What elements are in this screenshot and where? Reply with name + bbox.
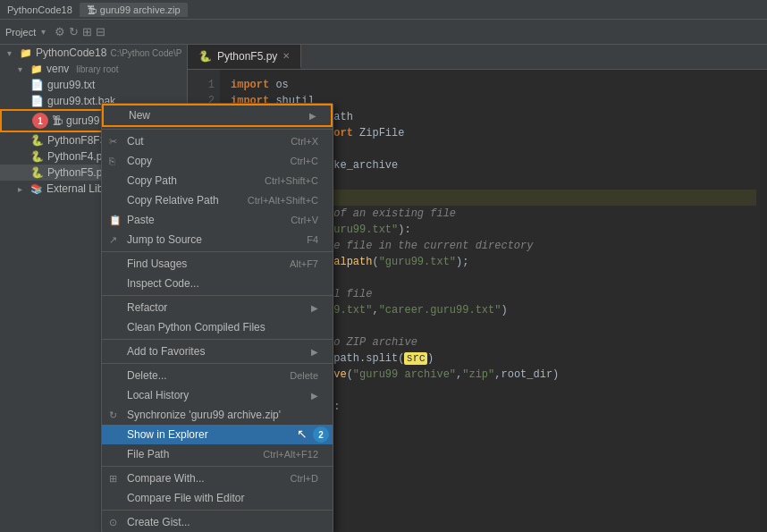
venv-arrow-icon: ▾ bbox=[18, 64, 27, 74]
menu-refactor-arrow: ▶ bbox=[311, 303, 318, 313]
menu-cut-shortcut: Ctrl+X bbox=[291, 136, 318, 147]
copy-icon: ⎘ bbox=[109, 156, 115, 166]
menu-sep-7 bbox=[102, 510, 333, 511]
menu-local-history-label: Local History bbox=[127, 389, 189, 401]
expand-arrow-icon: ▾ bbox=[7, 48, 16, 58]
menu-item-new[interactable]: New ▶ bbox=[102, 104, 333, 127]
menu-item-synchronize[interactable]: ↻ Synchronize 'guru99 archive.zip' bbox=[102, 405, 333, 425]
sync-icon[interactable]: ↻ bbox=[69, 25, 79, 38]
expand-icon[interactable]: ⊞ bbox=[82, 25, 92, 38]
menu-synchronize-label: Synchronize 'guru99 archive.zip' bbox=[127, 409, 281, 421]
menu-item-paste[interactable]: 📋 Paste Ctrl+V bbox=[102, 210, 333, 230]
py-icon-f4: 🐍 bbox=[30, 150, 44, 163]
menu-sep-4 bbox=[102, 339, 333, 340]
menu-sep-5 bbox=[102, 363, 333, 364]
menu-compare-with-label: Compare With... bbox=[127, 472, 205, 485]
menu-item-clean[interactable]: Clean Python Compiled Files bbox=[102, 317, 333, 337]
gist-icon: ⊙ bbox=[109, 517, 117, 528]
menu-item-delete[interactable]: Delete... Delete bbox=[102, 366, 333, 385]
menu-item-refactor[interactable]: Refactor ▶ bbox=[102, 298, 333, 317]
code-line-1: import os bbox=[231, 77, 756, 93]
menu-item-local-history[interactable]: Local History ▶ bbox=[102, 385, 333, 405]
menu-item-inspect[interactable]: Inspect Code... bbox=[102, 274, 333, 293]
paste-icon: 📋 bbox=[109, 215, 122, 226]
menu-find-shortcut: Alt+F7 bbox=[290, 258, 318, 269]
extlibs-arrow-icon: ▸ bbox=[18, 184, 27, 194]
jump-icon: ↗ bbox=[109, 234, 117, 246]
menu-item-find[interactable]: Find Usages Alt+F7 bbox=[102, 254, 333, 274]
menu-item-copy-path[interactable]: Copy Path Ctrl+Shift+C bbox=[102, 171, 333, 190]
menu-favorites-arrow: ▶ bbox=[311, 347, 318, 357]
txt-file-icon: 📄 bbox=[30, 79, 44, 91]
menu-item-show-explorer[interactable]: Show in Explorer 2 ↖ bbox=[102, 425, 333, 444]
menu-copy-label: Copy bbox=[127, 155, 152, 167]
menu-copy-shortcut: Ctrl+C bbox=[291, 156, 318, 166]
tab-close-button[interactable]: ✕ bbox=[282, 51, 290, 61]
menu-new-arrow: ▶ bbox=[309, 111, 316, 121]
menu-file-path-label: File Path bbox=[127, 448, 169, 460]
menu-compare-with-shortcut: Ctrl+D bbox=[291, 473, 318, 484]
pythonf5-label: PythonF5.py bbox=[47, 166, 107, 179]
venv-suffix: library root bbox=[76, 64, 118, 74]
zip-file-name: guru99 archive.zip bbox=[100, 4, 181, 15]
menu-item-gist[interactable]: ⊙ Create Gist... bbox=[102, 512, 333, 532]
sidebar-item-guru99txt[interactable]: 📄 guru99.txt bbox=[0, 77, 187, 93]
zip-file-icon: 🗜 bbox=[87, 4, 97, 15]
zip-icon: 🗜 bbox=[52, 114, 63, 127]
menu-file-path-shortcut: Ctrl+Alt+F12 bbox=[263, 449, 318, 460]
menu-item-compare-with[interactable]: ⊞ Compare With... Ctrl+D bbox=[102, 469, 333, 488]
menu-paste-shortcut: Ctrl+V bbox=[291, 215, 318, 225]
py-icon-f8: 🐍 bbox=[30, 134, 44, 147]
menu-find-label: Find Usages bbox=[127, 258, 187, 270]
menu-sep-3 bbox=[102, 295, 333, 296]
sidebar-item-project[interactable]: ▾ 📁 PythonCode18 C:\Python Code\P bbox=[0, 45, 187, 61]
py-icon-f5: 🐍 bbox=[30, 166, 44, 179]
menu-delete-label: Delete... bbox=[127, 369, 167, 382]
gear-icon[interactable]: ⚙ bbox=[55, 25, 65, 38]
compare-icon: ⊞ bbox=[109, 473, 117, 485]
tab-pythonf5[interactable]: 🐍 PythonF5.py ✕ bbox=[188, 45, 301, 69]
cut-icon: ✂ bbox=[109, 136, 117, 148]
title-tab-zip[interactable]: 🗜 guru99 archive.zip bbox=[80, 3, 188, 17]
context-menu: New ▶ ✂ Cut Ctrl+X ⎘ Copy Ctrl+C Copy Pa… bbox=[101, 103, 333, 532]
title-bar: PythonCode18 🗜 guru99 archive.zip bbox=[0, 0, 767, 20]
toolbar-chevron: ▾ bbox=[41, 27, 46, 37]
menu-copy-relative-label: Copy Relative Path bbox=[127, 194, 219, 207]
menu-clean-label: Clean Python Compiled Files bbox=[127, 321, 266, 334]
project-folder-icon: 📁 bbox=[20, 47, 32, 59]
venv-label: venv bbox=[46, 63, 69, 75]
toolbar: Project ▾ ⚙ ↻ ⊞ ⊟ bbox=[0, 20, 767, 45]
menu-item-favorites[interactable]: Add to Favorites ▶ bbox=[102, 342, 333, 361]
bak-file-icon: 📄 bbox=[30, 95, 44, 107]
menu-cut-label: Cut bbox=[127, 135, 144, 148]
menu-item-compare-editor[interactable]: Compare File with Editor bbox=[102, 488, 333, 508]
menu-paste-label: Paste bbox=[127, 214, 155, 226]
sync-icon: ↻ bbox=[109, 410, 117, 421]
menu-copy-relative-shortcut: Ctrl+Alt+Shift+C bbox=[248, 195, 318, 206]
mouse-cursor-icon: ↖ bbox=[297, 426, 308, 441]
menu-copy-path-shortcut: Ctrl+Shift+C bbox=[265, 175, 318, 186]
sidebar-item-venv[interactable]: ▾ 📁 venv library root bbox=[0, 61, 187, 77]
menu-delete-shortcut: Delete bbox=[290, 370, 318, 381]
menu-sep-6 bbox=[102, 466, 333, 467]
pythonf8-label: PythonF8F3 bbox=[47, 134, 105, 147]
menu-show-explorer-label: Show in Explorer bbox=[127, 428, 208, 441]
menu-item-jump[interactable]: ↗ Jump to Source F4 bbox=[102, 230, 333, 249]
menu-inspect-label: Inspect Code... bbox=[127, 277, 199, 290]
menu-item-copy[interactable]: ⎘ Copy Ctrl+C bbox=[102, 151, 333, 171]
badge-2: 2 bbox=[313, 426, 329, 443]
project-label: Project bbox=[5, 27, 36, 38]
badge-1: 1 bbox=[32, 113, 48, 129]
guru99txt-label: guru99.txt bbox=[47, 79, 95, 91]
project-path: C:\Python Code\P bbox=[110, 48, 181, 58]
menu-item-cut[interactable]: ✂ Cut Ctrl+X bbox=[102, 131, 333, 151]
menu-item-copy-relative[interactable]: Copy Relative Path Ctrl+Alt+Shift+C bbox=[102, 190, 333, 210]
py-tab-icon: 🐍 bbox=[198, 50, 212, 63]
menu-copy-path-label: Copy Path bbox=[127, 174, 177, 187]
collapse-icon[interactable]: ⊟ bbox=[96, 25, 105, 38]
menu-sep-2 bbox=[102, 251, 333, 252]
menu-local-history-arrow: ▶ bbox=[311, 391, 318, 401]
menu-favorites-label: Add to Favorites bbox=[127, 345, 205, 358]
menu-item-file-path[interactable]: File Path Ctrl+Alt+F12 bbox=[102, 444, 333, 464]
tab-label: PythonF5.py bbox=[217, 50, 277, 63]
